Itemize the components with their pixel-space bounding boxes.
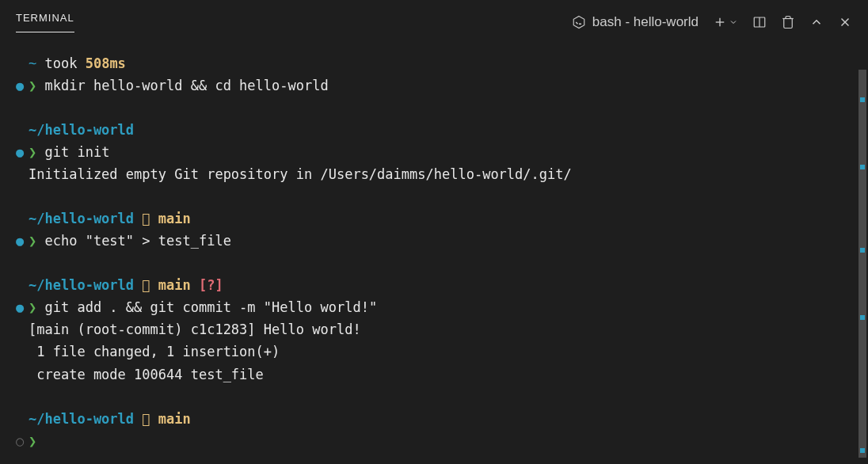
header-right: bash - hello-world <box>572 14 852 30</box>
output-line: Initialized empty Git repository in /Use… <box>16 163 852 185</box>
scrollbar-marker <box>860 248 865 253</box>
prompt-line: ~ took 508ms <box>16 52 852 74</box>
bullet-icon: ● <box>16 296 29 318</box>
scrollbar-marker <box>860 97 865 102</box>
command-line: ○ ❯ <box>16 430 852 452</box>
terminal-scrollbar[interactable] <box>857 38 868 464</box>
split-terminal-button[interactable] <box>752 15 767 29</box>
command-line: ● ❯ mkdir hello-world && cd hello-world <box>16 74 852 97</box>
command-line: ● ❯ git init <box>16 141 852 163</box>
terminal-tab[interactable]: TERMINAL <box>16 12 74 32</box>
prompt-line: ~/hello-world  main <box>16 408 852 430</box>
bullet-icon: ○ <box>16 430 29 452</box>
terminal-header: TERMINAL bash - hello-world <box>0 0 868 38</box>
prompt-line: ~/hello-world  main [?] <box>16 274 852 296</box>
bullet-icon: ● <box>16 141 29 163</box>
bullet-icon: ● <box>16 74 29 97</box>
output-line: [main (root-commit) c1c1283] Hello world… <box>16 318 852 340</box>
header-left: TERMINAL <box>16 12 74 32</box>
close-panel-button[interactable] <box>838 15 852 29</box>
new-terminal-button[interactable] <box>713 15 727 29</box>
command-line: ● ❯ echo "test" > test_file <box>16 230 852 252</box>
kill-terminal-button[interactable] <box>781 15 795 29</box>
terminal-shell-info[interactable]: bash - hello-world <box>572 14 699 30</box>
command-line: ● ❯ git add . && git commit -m "Hello wo… <box>16 296 852 318</box>
bullet-icon: ● <box>16 230 29 252</box>
scrollbar-thumb[interactable] <box>858 70 866 458</box>
prompt-line: ~/hello-world  main <box>16 207 852 230</box>
output-line: 1 file changed, 1 insertion(+) <box>16 340 852 363</box>
scrollbar-marker <box>860 315 865 320</box>
new-terminal-dropdown[interactable] <box>729 17 738 27</box>
shell-name-label: bash - hello-world <box>592 14 699 30</box>
scrollbar-marker <box>860 448 865 453</box>
maximize-panel-button[interactable] <box>809 15 824 29</box>
terminal-icon <box>572 15 586 29</box>
output-line: create mode 100644 test_file <box>16 363 852 386</box>
terminal-output[interactable]: ~ took 508ms ● ❯ mkdir hello-world && cd… <box>0 38 868 452</box>
prompt-line: ~/hello-world <box>16 119 852 141</box>
scrollbar-marker <box>860 165 865 169</box>
